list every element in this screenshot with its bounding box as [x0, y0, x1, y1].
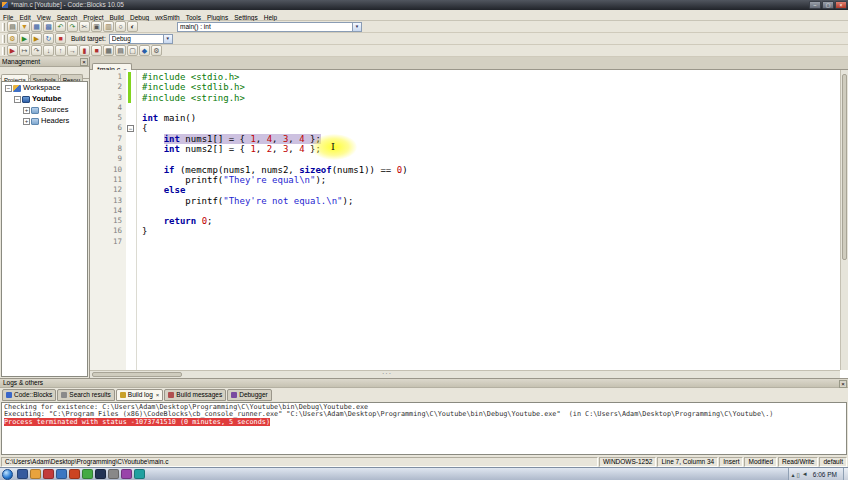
code-line[interactable]: 2#include <stdlib.h>: [90, 82, 840, 92]
code-line[interactable]: 12 else: [90, 185, 840, 195]
log-tab-build-messages[interactable]: Build messages: [164, 389, 226, 401]
line-number[interactable]: 16: [90, 226, 126, 236]
line-number[interactable]: 11: [90, 175, 126, 185]
new-file-icon[interactable]: ▤: [7, 21, 18, 32]
save-icon[interactable]: ▦: [31, 21, 42, 32]
line-number[interactable]: 4: [90, 103, 126, 113]
splitter-grip[interactable]: ···: [382, 370, 392, 378]
log-tab-code-blocks[interactable]: Code::Blocks: [2, 389, 56, 401]
horizontal-scrollbar-thumb[interactable]: [92, 372, 182, 377]
close-tab-icon[interactable]: ×: [156, 392, 160, 398]
line-number[interactable]: 13: [90, 196, 126, 206]
taskbar-app-icon[interactable]: [56, 469, 67, 479]
line-number[interactable]: 6: [90, 123, 126, 133]
code-line[interactable]: 6−{: [90, 123, 840, 133]
line-number[interactable]: 15: [90, 216, 126, 226]
code-line[interactable]: 10 if (memcmp(nums1, nums2, sizeof(nums1…: [90, 165, 840, 175]
code-line[interactable]: 8 int nums2[] = { 1, 2, 3, 4 };: [90, 144, 840, 154]
vertical-scrollbar[interactable]: [840, 70, 848, 370]
chevron-down-icon[interactable]: ▼: [352, 23, 361, 31]
show-desktop-button[interactable]: [843, 468, 848, 480]
active-symbol-combobox[interactable]: main() : int▼: [177, 22, 362, 32]
tray-expand-icon[interactable]: ▴: [792, 471, 795, 478]
taskbar-app-icon[interactable]: [17, 469, 28, 479]
taskbar-app-icon[interactable]: [30, 469, 41, 479]
maximize-button[interactable]: ▢: [822, 1, 834, 9]
line-number[interactable]: 12: [90, 185, 126, 195]
line-number[interactable]: 3: [90, 93, 126, 103]
rebuild-icon[interactable]: ↻: [43, 33, 54, 44]
code-line[interactable]: 11 printf("They're equal\n");: [90, 175, 840, 185]
line-number[interactable]: 9: [90, 154, 126, 164]
line-number[interactable]: 2: [90, 82, 126, 92]
undo-icon[interactable]: ↶: [55, 21, 66, 32]
open-file-icon[interactable]: ▼: [19, 21, 30, 32]
code-line[interactable]: 5int main(): [90, 113, 840, 123]
line-number[interactable]: 10: [90, 165, 126, 175]
code-line[interactable]: 15 return 0;: [90, 216, 840, 226]
wxsmith-icon[interactable]: ◆: [139, 45, 150, 56]
code-line[interactable]: 4: [90, 103, 840, 113]
step-out-icon[interactable]: ↑: [55, 45, 66, 56]
window-titlebar[interactable]: *main.c [Youtube] - Code::Blocks 10.05 –…: [0, 0, 848, 10]
code-editor[interactable]: 1#include <stdio.h>2#include <stdlib.h>3…: [90, 70, 840, 370]
log-line[interactable]: Process terminated with status -10737415…: [4, 419, 844, 426]
toolbar-grip[interactable]: [2, 47, 5, 55]
line-number[interactable]: 17: [90, 237, 126, 247]
cut-icon[interactable]: ✂: [79, 21, 90, 32]
find-icon[interactable]: ○: [115, 21, 126, 32]
code-line[interactable]: 1#include <stdio.h>: [90, 72, 840, 82]
line-number[interactable]: 1: [90, 72, 126, 82]
collapse-icon[interactable]: −: [14, 96, 21, 103]
tray-network-icon[interactable]: ▯: [797, 471, 800, 478]
next-instruction-icon[interactable]: →: [67, 45, 78, 56]
minimize-button[interactable]: –: [809, 1, 821, 9]
tray-volume-icon[interactable]: ◄: [802, 471, 808, 478]
log-tab-build-log[interactable]: Build log×: [116, 389, 163, 401]
expand-icon[interactable]: +: [23, 118, 30, 125]
code-line[interactable]: 3#include <string.h>: [90, 93, 840, 103]
vertical-scrollbar-thumb[interactable]: [842, 74, 847, 260]
tree-item-headers[interactable]: +Headers: [2, 115, 87, 126]
log-tab-search-results[interactable]: Search results: [57, 389, 115, 401]
taskbar-app-icon[interactable]: [121, 469, 132, 479]
taskbar-app-icon[interactable]: [108, 469, 119, 479]
code-line[interactable]: 13 printf("They're not equal.\n");: [90, 196, 840, 206]
line-number[interactable]: 8: [90, 144, 126, 154]
run-to-cursor-icon[interactable]: ↦: [19, 45, 30, 56]
tree-item-sources[interactable]: +Sources: [2, 104, 87, 115]
save-all-icon[interactable]: ▩: [43, 21, 54, 32]
next-line-icon[interactable]: ↷: [31, 45, 42, 56]
build-icon[interactable]: ⚙: [7, 33, 18, 44]
line-number[interactable]: 14: [90, 206, 126, 216]
close-panel-icon[interactable]: ×: [80, 58, 88, 66]
chevron-down-icon[interactable]: ▼: [163, 35, 172, 43]
close-panel-icon[interactable]: ×: [839, 380, 847, 388]
paste-icon[interactable]: ▥: [103, 21, 114, 32]
settings-small-icon[interactable]: ⚙: [151, 45, 162, 56]
line-number[interactable]: 7: [90, 134, 126, 144]
break-debugger-icon[interactable]: ▮: [79, 45, 90, 56]
code-line[interactable]: 16}: [90, 226, 840, 236]
debug-continue-icon[interactable]: ▶: [7, 45, 18, 56]
code-line[interactable]: 9: [90, 154, 840, 164]
taskbar-app-icon[interactable]: [95, 469, 106, 479]
toolbar-grip[interactable]: [2, 35, 5, 43]
toolbar-grip[interactable]: [2, 23, 5, 31]
run-icon[interactable]: ▶: [19, 33, 30, 44]
taskbar-app-icon[interactable]: [43, 469, 54, 479]
taskbar-app-icon[interactable]: [134, 469, 145, 479]
taskbar-app-icon[interactable]: [82, 469, 93, 479]
code-line[interactable]: 7 int nums1[] = { 1, 4, 3, 4 };: [90, 134, 840, 144]
line-number[interactable]: 5: [90, 113, 126, 123]
horizontal-scrollbar[interactable]: ···: [90, 370, 840, 378]
tree-item-youtube[interactable]: −Youtube: [2, 93, 87, 104]
fold-marker[interactable]: −: [127, 125, 134, 132]
log-tab-debugger[interactable]: Debugger: [227, 389, 272, 401]
abort-build-icon[interactable]: ■: [55, 33, 66, 44]
start-button[interactable]: [2, 469, 13, 480]
taskbar-clock[interactable]: 6:06 PM: [813, 471, 837, 478]
collapse-icon[interactable]: −: [5, 85, 12, 92]
copy-icon[interactable]: ▣: [91, 21, 102, 32]
code-line[interactable]: 17: [90, 237, 840, 247]
